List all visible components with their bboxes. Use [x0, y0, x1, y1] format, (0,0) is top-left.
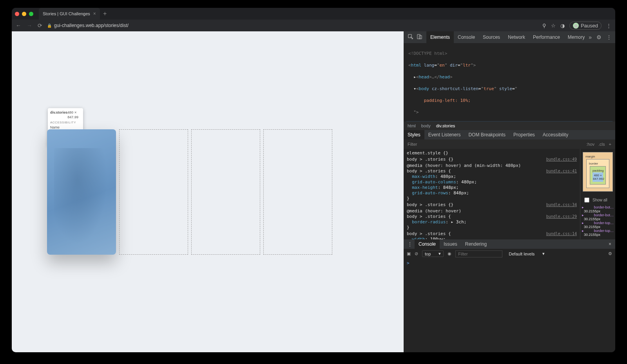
window-controls[interactable] — [15, 12, 33, 16]
device-toolbar-icon[interactable] — [417, 34, 422, 41]
styles-filterbar: Filter :hov .cls + — [404, 139, 615, 149]
page-viewport[interactable]: div.stories 480 × 847.99 ACCESSIBILITY N… — [12, 31, 404, 352]
console-output[interactable]: > — [404, 259, 615, 353]
profile-label: Paused — [581, 23, 598, 29]
story-placeholder — [263, 129, 332, 255]
drawer-tabs: ⋮ Console Issues Rendering × — [404, 239, 615, 249]
toolbar: ← → ⟳ 🔒 gui-challenges.web.app/stories/d… — [12, 20, 615, 31]
box-model-content: 480 × 847.992 — [593, 172, 603, 182]
crumb-item[interactable]: html — [408, 123, 416, 128]
devtools-tabs: Elements Console Sources Network Perform… — [404, 31, 615, 43]
menu-icon[interactable]: ⋮ — [606, 23, 611, 29]
box-model[interactable]: margin border padding 480 × 847.992 — [580, 149, 615, 195]
search-icon[interactable]: ⚲ — [542, 23, 546, 29]
settings-icon[interactable]: ⚙ — [596, 34, 602, 40]
tab-accessibility[interactable]: Accessibility — [539, 130, 572, 139]
url-text: gui-challenges.web.app/stories/dist/ — [54, 23, 129, 28]
close-tab-icon[interactable]: × — [93, 11, 96, 16]
inspect-element-icon[interactable] — [408, 34, 413, 41]
tab-memory[interactable]: Memory — [564, 31, 589, 43]
forward-button[interactable]: → — [27, 22, 32, 29]
reload-button[interactable]: ⟳ — [38, 22, 42, 29]
story-placeholder — [191, 129, 260, 255]
tab-dom-breakpoints[interactable]: DOM Breakpoints — [464, 130, 509, 139]
log-levels-selector[interactable]: Default levels▾ — [506, 251, 547, 257]
console-toolbar: ▣ ⊘ top▾ ◉ Default levels▾ ⚙ — [404, 249, 615, 259]
close-window-icon[interactable] — [15, 12, 19, 16]
console-filter-input[interactable] — [455, 250, 502, 257]
browser-tab[interactable]: Stories | GUI Challenges × — [39, 8, 100, 20]
more-tabs-icon[interactable]: » — [589, 34, 592, 40]
kebab-icon[interactable]: ⋮ — [606, 34, 612, 40]
back-button[interactable]: ← — [16, 22, 21, 29]
tab-title: Stories | GUI Challenges — [43, 11, 90, 16]
drawer-menu-icon[interactable]: ⋮ — [405, 239, 415, 249]
drawer-tab-console[interactable]: Console — [415, 239, 440, 249]
context-selector[interactable]: top▾ — [422, 250, 444, 257]
styles-rules[interactable]: element.style {}bundle.css:49body > .sto… — [404, 149, 580, 239]
address-bar[interactable]: 🔒 gui-challenges.web.app/stories/dist/ — [47, 23, 538, 28]
tab-console[interactable]: Console — [454, 31, 479, 43]
console-sidebar-icon[interactable]: ▣ — [407, 251, 411, 256]
close-drawer-icon[interactable]: × — [609, 241, 614, 247]
story-card[interactable] — [47, 129, 116, 255]
devtools-panel: Elements Console Sources Network Perform… — [404, 31, 615, 352]
styles-filter-input[interactable]: Filter — [408, 142, 417, 147]
tab-network[interactable]: Network — [504, 31, 529, 43]
cls-toggle[interactable]: .cls — [598, 142, 605, 147]
elements-breadcrumb[interactable]: html body div.stories — [404, 121, 615, 130]
tab-properties[interactable]: Properties — [509, 130, 539, 139]
new-style-rule-icon[interactable]: + — [609, 142, 611, 147]
minimize-window-icon[interactable] — [22, 12, 26, 16]
avatar-icon: ◉ — [573, 23, 579, 29]
tab-sources[interactable]: Sources — [479, 31, 504, 43]
elements-tree[interactable]: <!DOCTYPE html> <html lang="en" dir="ltr… — [404, 43, 615, 121]
hov-toggle[interactable]: :hov — [586, 142, 594, 147]
tab-elements[interactable]: Elements — [426, 31, 454, 43]
lock-icon: 🔒 — [47, 24, 52, 28]
profile-button[interactable]: ◉ Paused — [569, 22, 602, 30]
story-placeholder — [119, 129, 188, 255]
tab-event-listeners[interactable]: Event Listeners — [424, 130, 465, 139]
titlebar: Stories | GUI Challenges × + — [12, 8, 615, 20]
tab-performance[interactable]: Performance — [529, 31, 564, 43]
console-settings-icon[interactable]: ⚙ — [608, 251, 612, 256]
browser-window: Stories | GUI Challenges × + ← → ⟳ 🔒 gui… — [12, 8, 615, 352]
eye-icon[interactable]: ◉ — [448, 251, 451, 256]
crumb-item[interactable]: body — [421, 123, 431, 128]
computed-sidebar: margin border padding 480 × 847.992 Show… — [580, 149, 615, 239]
svg-rect-1 — [417, 34, 420, 39]
styles-tabbar: Styles Event Listeners DOM Breakpoints P… — [404, 130, 615, 139]
maximize-window-icon[interactable] — [29, 12, 33, 16]
show-all-checkbox[interactable] — [584, 197, 589, 203]
new-tab-button[interactable]: + — [103, 10, 107, 17]
clear-console-icon[interactable]: ⊘ — [415, 251, 418, 256]
bookmark-icon[interactable]: ☆ — [551, 23, 556, 29]
drawer-tab-rendering[interactable]: Rendering — [461, 239, 491, 249]
drawer-tab-issues[interactable]: Issues — [440, 239, 461, 249]
stories-container — [47, 31, 332, 352]
extension-icon[interactable]: ◑ — [560, 23, 565, 29]
crumb-item-active[interactable]: div.stories — [436, 123, 455, 128]
tab-styles[interactable]: Styles — [404, 130, 424, 139]
console-prompt: > — [407, 261, 410, 266]
